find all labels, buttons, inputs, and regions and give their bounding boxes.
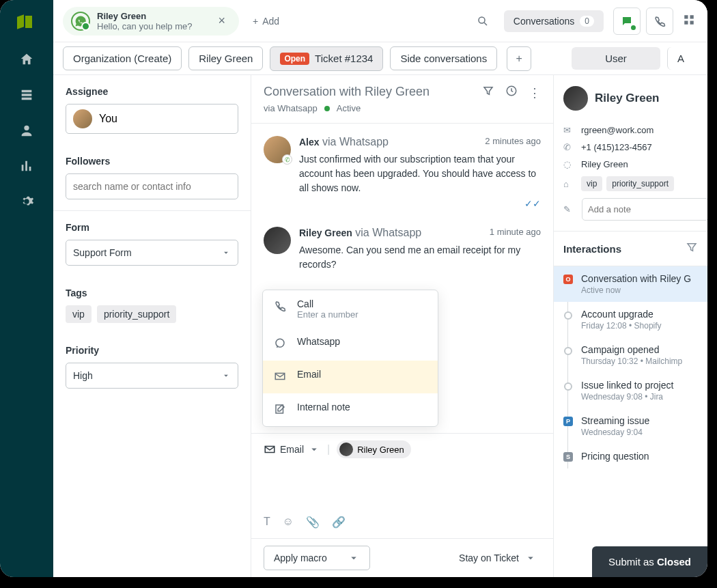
channel-option-call[interactable]: CallEnter a number: [263, 290, 438, 328]
channel-select[interactable]: Email: [264, 443, 320, 456]
followers-input[interactable]: [66, 173, 238, 199]
tab-cutoff[interactable]: A: [667, 47, 698, 70]
phone-icon[interactable]: [646, 8, 673, 35]
form-select[interactable]: Support Form: [66, 240, 238, 266]
history-icon[interactable]: [505, 85, 518, 100]
channel-picker-popover: CallEnter a number Whatsapp Email Intern…: [262, 290, 438, 427]
chat-icon[interactable]: [613, 8, 641, 35]
chevron-down-icon: [348, 552, 360, 564]
apps-icon[interactable]: [683, 14, 698, 29]
svg-rect-1: [684, 15, 688, 18]
channel-option-whatsapp[interactable]: Whatsapp: [263, 328, 438, 361]
form-label: Form: [66, 222, 238, 233]
tab-requester[interactable]: Riley Green: [188, 46, 263, 70]
status-badge: P: [563, 417, 573, 426]
status-dot-icon: [324, 106, 330, 111]
channel-option-note[interactable]: Internal note: [263, 393, 438, 426]
link-icon[interactable]: 🔗: [332, 516, 346, 529]
top-bar: Riley Green Hello, can you help me? × + …: [53, 0, 707, 42]
email-icon: ✉: [563, 125, 574, 135]
avatar: ✆: [264, 136, 291, 163]
assignee-select[interactable]: You: [66, 104, 238, 134]
filter-icon[interactable]: [686, 241, 698, 256]
avatar: [339, 443, 353, 456]
ticket-tab-chip[interactable]: Riley Green Hello, can you help me? ×: [63, 7, 239, 36]
submit-button[interactable]: Submit as Closed: [592, 546, 707, 577]
user-whatsapp-row[interactable]: ◌Riley Green: [554, 156, 707, 173]
edit-icon: ✎: [563, 204, 571, 214]
user-email-row[interactable]: ✉rgreen@work.com: [554, 122, 707, 139]
conversations-button[interactable]: Conversations 0: [504, 10, 604, 32]
assignee-label: Assignee: [66, 86, 238, 97]
phone-icon: [274, 300, 287, 315]
email-icon: [264, 443, 276, 456]
user-note-input[interactable]: [582, 198, 707, 221]
note-icon: [274, 403, 287, 418]
settings-icon[interactable]: [19, 194, 34, 209]
compose-input[interactable]: [264, 468, 541, 516]
avatar: [73, 109, 92, 128]
interaction-item[interactable]: P Streaming issue Wednesday 9:04: [554, 408, 707, 444]
whatsapp-badge-icon: ✆: [282, 154, 292, 165]
message: ✆ Alex via Whatsapp 2 minutes ago Just c…: [264, 136, 541, 209]
tab-ticket[interactable]: Open Ticket #1234: [270, 46, 383, 71]
tab-side-conversations[interactable]: Side conversations: [390, 46, 497, 70]
avatar: [563, 86, 588, 111]
status-badge: S: [563, 452, 573, 462]
apply-macro-select[interactable]: Apply macro: [264, 546, 370, 570]
tag: priority_support: [606, 176, 674, 191]
chevron-down-icon: [308, 443, 320, 456]
home-icon[interactable]: [19, 52, 34, 67]
attachment-icon[interactable]: 📎: [306, 516, 320, 529]
add-tab-button[interactable]: + Add: [253, 16, 279, 27]
interactions-timeline: O Conversation with Riley G Active now A…: [554, 266, 707, 468]
svg-rect-2: [690, 15, 694, 18]
ticket-properties-panel: Assignee You Followers Form Support Form: [53, 75, 251, 577]
priority-select[interactable]: High: [66, 363, 238, 389]
reports-icon[interactable]: [19, 158, 34, 173]
chevron-down-icon: [524, 552, 537, 564]
tab-chip-name: Riley Green: [97, 11, 192, 21]
channel-option-email[interactable]: Email: [263, 361, 438, 393]
whatsapp-icon: [71, 12, 90, 31]
customers-icon[interactable]: [19, 123, 34, 138]
svg-rect-4: [690, 20, 694, 24]
tag[interactable]: priority_support: [97, 305, 177, 323]
conversation-title: Conversation with Riley Green: [264, 85, 430, 99]
add-side-conversation-button[interactable]: +: [507, 46, 531, 71]
interaction-item[interactable]: Campaign opened Thursday 10:32 • Mailchi…: [554, 337, 707, 373]
tab-user[interactable]: User: [572, 47, 660, 70]
timeline-dot-icon: [564, 311, 572, 320]
conversations-count: 0: [580, 16, 594, 27]
stay-on-ticket-select[interactable]: Stay on Ticket: [459, 552, 537, 564]
search-icon[interactable]: [475, 14, 490, 29]
more-icon[interactable]: ⋮: [529, 85, 541, 100]
interaction-item[interactable]: Account upgrade Friday 12:08 • Shopify: [554, 302, 707, 337]
interaction-item[interactable]: O Conversation with Riley G Active now: [554, 266, 707, 302]
emoji-icon[interactable]: ☺: [283, 516, 294, 529]
chevron-down-icon: [221, 248, 231, 257]
message: Riley Green via Whatsapp 1 minute ago Aw…: [264, 227, 541, 272]
user-tags-row: ⌂ vip priority_support: [554, 173, 707, 195]
tag[interactable]: vip: [66, 305, 92, 323]
conversation-panel: Conversation with Riley Green via Whatsa…: [251, 75, 554, 577]
followers-label: Followers: [66, 156, 238, 167]
filter-icon[interactable]: [482, 85, 494, 100]
context-tabs: Organization (Create) Riley Green Open T…: [53, 42, 707, 75]
status-badge: Open: [280, 53, 309, 65]
user-phone-row[interactable]: ✆+1 (415)123-4567: [554, 139, 707, 156]
tab-organization[interactable]: Organization (Create): [63, 46, 182, 70]
close-tab-icon[interactable]: ×: [212, 11, 231, 31]
plus-icon: +: [253, 16, 258, 27]
avatar: [264, 227, 291, 254]
text-format-icon[interactable]: T: [264, 516, 270, 529]
user-name: Riley Green: [595, 92, 660, 105]
nav-rail: [0, 0, 53, 577]
interactions-heading: Interactions: [563, 243, 621, 255]
views-icon[interactable]: [19, 87, 34, 102]
read-receipt-icon: ✓✓: [299, 198, 541, 209]
recipient-chip[interactable]: Riley Green: [337, 440, 411, 458]
interaction-item[interactable]: S Pricing question: [554, 444, 707, 468]
whatsapp-icon: ◌: [563, 159, 574, 169]
interaction-item[interactable]: Issue linked to project Wednesday 9:08 •…: [554, 373, 707, 408]
